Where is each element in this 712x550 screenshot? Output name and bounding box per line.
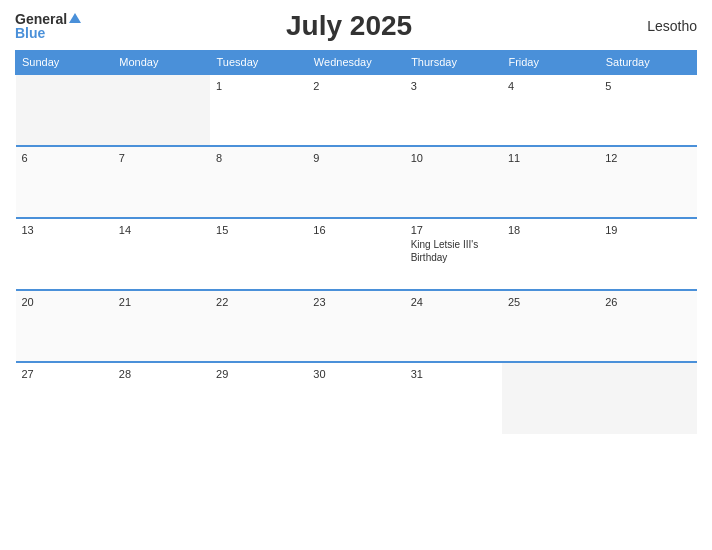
- day-number: 30: [313, 368, 398, 380]
- calendar-cell: [502, 362, 599, 434]
- calendar-cell: 26: [599, 290, 696, 362]
- day-number: 17: [411, 224, 496, 236]
- day-number: 21: [119, 296, 204, 308]
- day-number: 28: [119, 368, 204, 380]
- logo: General Blue: [15, 12, 81, 40]
- calendar-cell: 23: [307, 290, 404, 362]
- day-number: 23: [313, 296, 398, 308]
- day-number: 7: [119, 152, 204, 164]
- calendar-week-row: 6789101112: [16, 146, 697, 218]
- calendar-week-row: 12345: [16, 74, 697, 146]
- day-number: 6: [22, 152, 107, 164]
- day-number: 16: [313, 224, 398, 236]
- calendar-cell: 25: [502, 290, 599, 362]
- calendar-cell: 29: [210, 362, 307, 434]
- calendar-cell: 3: [405, 74, 502, 146]
- calendar-cell: 17King Letsie III's Birthday: [405, 218, 502, 290]
- calendar-body: 1234567891011121314151617King Letsie III…: [16, 74, 697, 434]
- calendar-title: July 2025: [81, 10, 617, 42]
- day-number: 5: [605, 80, 690, 92]
- calendar-cell: 18: [502, 218, 599, 290]
- calendar-week-row: 1314151617King Letsie III's Birthday1819: [16, 218, 697, 290]
- calendar-cell: 10: [405, 146, 502, 218]
- calendar-cell: 27: [16, 362, 113, 434]
- calendar-cell: 13: [16, 218, 113, 290]
- day-number: 10: [411, 152, 496, 164]
- col-wednesday: Wednesday: [307, 51, 404, 75]
- day-number: 31: [411, 368, 496, 380]
- calendar-cell: 28: [113, 362, 210, 434]
- weekday-header-row: Sunday Monday Tuesday Wednesday Thursday…: [16, 51, 697, 75]
- calendar-cell: 4: [502, 74, 599, 146]
- calendar-cell: 1: [210, 74, 307, 146]
- day-number: 18: [508, 224, 593, 236]
- calendar-cell: 22: [210, 290, 307, 362]
- calendar-week-row: 20212223242526: [16, 290, 697, 362]
- day-number: 8: [216, 152, 301, 164]
- day-number: 12: [605, 152, 690, 164]
- event-label: King Letsie III's Birthday: [411, 238, 496, 264]
- day-number: 2: [313, 80, 398, 92]
- calendar-cell: 24: [405, 290, 502, 362]
- col-tuesday: Tuesday: [210, 51, 307, 75]
- header: General Blue July 2025 Lesotho: [15, 10, 697, 42]
- day-number: 13: [22, 224, 107, 236]
- calendar-cell: 11: [502, 146, 599, 218]
- logo-general-text: General: [15, 12, 67, 26]
- day-number: 9: [313, 152, 398, 164]
- calendar-cell: [113, 74, 210, 146]
- calendar-cell: 9: [307, 146, 404, 218]
- calendar-cell: 31: [405, 362, 502, 434]
- calendar-cell: 6: [16, 146, 113, 218]
- calendar-week-row: 2728293031: [16, 362, 697, 434]
- calendar-cell: 8: [210, 146, 307, 218]
- day-number: 1: [216, 80, 301, 92]
- calendar-cell: 12: [599, 146, 696, 218]
- logo-blue-text: Blue: [15, 26, 45, 40]
- day-number: 3: [411, 80, 496, 92]
- calendar-cell: 5: [599, 74, 696, 146]
- col-monday: Monday: [113, 51, 210, 75]
- col-sunday: Sunday: [16, 51, 113, 75]
- logo-triangle-icon: [69, 13, 81, 23]
- col-thursday: Thursday: [405, 51, 502, 75]
- day-number: 4: [508, 80, 593, 92]
- calendar-header: Sunday Monday Tuesday Wednesday Thursday…: [16, 51, 697, 75]
- calendar-cell: 21: [113, 290, 210, 362]
- day-number: 27: [22, 368, 107, 380]
- day-number: 24: [411, 296, 496, 308]
- day-number: 22: [216, 296, 301, 308]
- day-number: 15: [216, 224, 301, 236]
- calendar-table: Sunday Monday Tuesday Wednesday Thursday…: [15, 50, 697, 434]
- calendar-cell: 14: [113, 218, 210, 290]
- col-friday: Friday: [502, 51, 599, 75]
- logo-text: General Blue: [15, 12, 81, 40]
- day-number: 11: [508, 152, 593, 164]
- country-label: Lesotho: [617, 18, 697, 34]
- day-number: 25: [508, 296, 593, 308]
- calendar-cell: [599, 362, 696, 434]
- day-number: 14: [119, 224, 204, 236]
- calendar-cell: [16, 74, 113, 146]
- col-saturday: Saturday: [599, 51, 696, 75]
- calendar-cell: 19: [599, 218, 696, 290]
- day-number: 20: [22, 296, 107, 308]
- calendar-cell: 7: [113, 146, 210, 218]
- day-number: 26: [605, 296, 690, 308]
- calendar-page: General Blue July 2025 Lesotho Sunday Mo…: [0, 0, 712, 550]
- calendar-cell: 2: [307, 74, 404, 146]
- calendar-cell: 20: [16, 290, 113, 362]
- day-number: 19: [605, 224, 690, 236]
- day-number: 29: [216, 368, 301, 380]
- calendar-cell: 15: [210, 218, 307, 290]
- calendar-cell: 16: [307, 218, 404, 290]
- calendar-cell: 30: [307, 362, 404, 434]
